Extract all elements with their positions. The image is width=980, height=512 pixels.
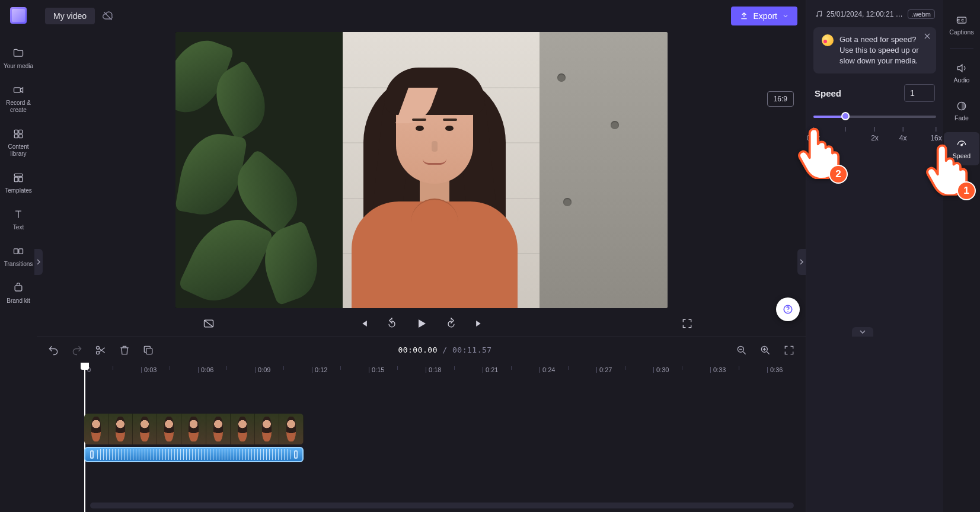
svg-rect-6 (14, 177, 18, 182)
sidebar-item-content-library[interactable]: Content library (1, 122, 36, 160)
ruler-tick: 0:06 (198, 366, 213, 373)
redo-button[interactable] (71, 344, 83, 356)
waveform (97, 449, 291, 460)
export-button[interactable]: Export (731, 7, 797, 25)
svg-rect-0 (14, 88, 21, 92)
sidebar-label: Transitions (4, 261, 33, 268)
rewind-button[interactable] (386, 318, 398, 329)
sidebar-label: Record & create (1, 100, 36, 114)
sidebar-label: Your media (4, 63, 33, 70)
ruler-tick: 0:15 (369, 366, 384, 373)
svg-rect-7 (19, 177, 23, 182)
svg-rect-8 (14, 249, 18, 254)
left-sidebar: Your media Record & create Content libra… (0, 0, 37, 512)
hide-preview-icon[interactable] (203, 318, 215, 329)
undo-button[interactable] (47, 344, 59, 356)
slider-tick: 0.1x (807, 127, 821, 142)
right-collapse-handle[interactable] (797, 249, 806, 275)
file-extension: .webm (908, 9, 935, 19)
speed-tip: Got a need for speed? Use this to speed … (813, 27, 936, 73)
svg-point-19 (816, 15, 818, 17)
chevron-down-icon (782, 12, 789, 20)
rail-item-captions[interactable]: Captions (944, 8, 979, 41)
close-tip-button[interactable] (923, 32, 931, 40)
duplicate-button[interactable] (142, 344, 154, 356)
ruler-tick: 0:24 (540, 366, 555, 373)
music-note-icon (815, 10, 823, 18)
sidebar-label: Content library (1, 143, 36, 158)
sidebar-item-text[interactable]: Text (1, 203, 36, 233)
clip-handle-left[interactable] (90, 450, 94, 459)
project-title[interactable]: My video (45, 8, 95, 24)
skip-forward-button[interactable] (474, 318, 486, 329)
speed-input[interactable] (904, 84, 935, 102)
current-time: 00:00.00 (398, 345, 438, 354)
split-button[interactable] (95, 344, 107, 356)
tip-emoji-icon (822, 34, 834, 46)
video-preview[interactable] (175, 32, 668, 308)
selected-file-row: 25/01/2024, 12:00:21 - Au… .webm (815, 9, 935, 19)
templates-icon (11, 171, 25, 185)
speedometer-icon (956, 138, 968, 150)
svg-rect-9 (19, 249, 23, 254)
svg-point-23 (961, 144, 963, 146)
sidebar-item-templates[interactable]: Templates (1, 166, 36, 197)
export-label: Export (754, 11, 777, 21)
ruler-tick: 0:18 (426, 366, 441, 373)
timeline-collapse-handle[interactable] (852, 327, 873, 337)
sidebar-item-brand-kit[interactable]: Brand kit (1, 276, 36, 307)
ruler-tick: 0:21 (483, 366, 498, 373)
ruler-tick: 0:27 (596, 366, 612, 373)
sidebar-item-record-create[interactable]: Record & create (1, 78, 36, 116)
audio-icon (956, 62, 968, 74)
slider-tick: 16x (930, 127, 941, 142)
speed-slider[interactable] (813, 110, 936, 122)
svg-rect-5 (14, 174, 22, 176)
ruler-tick: 0:30 (653, 366, 669, 373)
skip-back-button[interactable] (357, 318, 369, 329)
aspect-ratio-selector[interactable]: 16:9 (767, 91, 794, 107)
player-controls (37, 311, 806, 337)
clip-handle-right[interactable] (294, 450, 298, 459)
video-frame (175, 32, 668, 308)
captions-icon (956, 14, 968, 26)
timeline[interactable]: 00:030:060:090:120:150:180:210:240:270:3… (37, 363, 806, 512)
cloud-sync-off-icon[interactable] (102, 10, 114, 22)
rail-item-speed[interactable]: Speed (944, 132, 979, 165)
speed-panel: 25/01/2024, 12:00:21 - Au… .webm Got a n… (806, 0, 943, 512)
right-rail: Captions Audio Fade Speed (943, 0, 980, 512)
fade-icon (956, 100, 968, 112)
fullscreen-button[interactable] (681, 318, 693, 329)
timeline-ruler[interactable]: 00:030:060:090:120:150:180:210:240:270:3… (84, 363, 806, 379)
tip-text: Got a need for speed? Use this to speed … (839, 34, 928, 66)
duration: 00:11.57 (452, 345, 492, 354)
delete-button[interactable] (119, 344, 130, 356)
zoom-fit-button[interactable] (783, 344, 795, 356)
ruler-tick: 0:12 (312, 366, 327, 373)
svg-rect-4 (19, 135, 23, 138)
rail-item-audio[interactable]: Audio (944, 56, 979, 89)
svg-point-20 (820, 15, 821, 16)
topbar: My video Export (37, 0, 806, 32)
preview-container: 16:9 (37, 32, 806, 308)
svg-rect-10 (15, 286, 22, 291)
library-icon (11, 127, 25, 141)
rail-item-fade[interactable]: Fade (944, 94, 979, 127)
zoom-in-button[interactable] (759, 344, 771, 356)
slider-thumb[interactable] (841, 112, 850, 120)
video-clip[interactable] (84, 414, 304, 444)
app-logo[interactable] (10, 7, 27, 24)
slider-tick: 4x (899, 127, 907, 142)
play-button[interactable] (414, 316, 429, 331)
svg-rect-1 (14, 130, 18, 133)
sidebar-label: Brand kit (7, 297, 30, 305)
sidebar-item-transitions[interactable]: Transitions (1, 239, 36, 270)
svg-rect-3 (14, 135, 18, 138)
forward-button[interactable] (445, 318, 457, 329)
svg-rect-2 (19, 130, 23, 133)
sidebar-item-your-media[interactable]: Your media (1, 41, 36, 72)
zoom-out-button[interactable] (736, 344, 748, 356)
timeline-scrollbar[interactable] (90, 503, 794, 508)
sidebar-label: Text (13, 224, 24, 231)
audio-clip[interactable] (84, 447, 304, 462)
